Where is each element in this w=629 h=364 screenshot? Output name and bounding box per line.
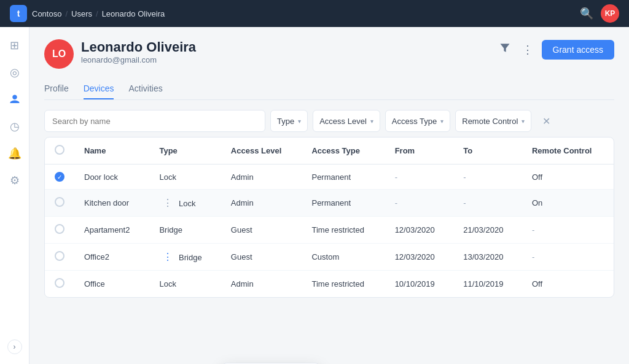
- device-access-level: Admin: [221, 271, 302, 298]
- table-row: Kitchen door ⋮ Lock Admin Permanent - - …: [45, 190, 614, 217]
- tab-activities[interactable]: Activities: [128, 79, 162, 99]
- device-from: 10/10/2019: [385, 271, 454, 298]
- device-from: -: [385, 190, 454, 217]
- expand-sidebar-button[interactable]: ›: [7, 339, 22, 354]
- device-type: Lock: [149, 271, 221, 298]
- chevron-down-icon: ▾: [440, 118, 443, 125]
- device-from: -: [385, 165, 454, 190]
- device-name: Apartament2: [74, 217, 149, 244]
- type-filter-dropdown[interactable]: Type ▾: [270, 110, 308, 132]
- user-avatar-topbar[interactable]: KP: [601, 4, 619, 23]
- access-type-filter-label: Access Type: [392, 117, 437, 126]
- device-access-type: Time restricted: [302, 271, 385, 298]
- col-header-type: Type: [149, 137, 221, 165]
- access-level-filter-label: Access Level: [319, 117, 367, 126]
- col-header-remote-control: Remote Control: [522, 137, 614, 165]
- device-remote-control: Off: [522, 271, 614, 298]
- row-checkbox[interactable]: [55, 278, 64, 288]
- sidebar: ⊞ ◎ ◷ 🔔 ⚙ ›: [0, 27, 29, 364]
- device-access-type: Custom: [302, 244, 385, 271]
- remote-control-filter-label: Remote Control: [462, 117, 518, 126]
- device-to: 13/03/2020: [453, 244, 522, 271]
- sidebar-item-users[interactable]: [4, 88, 26, 110]
- device-from: 12/03/2020: [385, 217, 454, 244]
- user-header: LO Leonardo Oliveira leonardo@gmail.com …: [44, 39, 614, 69]
- device-type: ⋮ Lock: [149, 190, 221, 217]
- col-header-to: To: [453, 137, 522, 165]
- row-more-icon[interactable]: ⋮: [159, 196, 176, 209]
- device-access-level: Admin: [221, 165, 302, 190]
- device-type: ⋮ Bridge: [149, 244, 221, 271]
- main-content: LO Leonardo Oliveira leonardo@gmail.com …: [29, 27, 629, 364]
- device-from: 12/03/2020: [385, 244, 454, 271]
- chevron-down-icon: ▾: [522, 118, 525, 125]
- clear-filters-button[interactable]: ✕: [536, 111, 556, 131]
- device-name: Office2 Device details Edit access Remov…: [74, 244, 149, 271]
- user-actions: ⋮ Grant access: [496, 39, 614, 60]
- sidebar-item-notifications[interactable]: 🔔: [4, 142, 26, 165]
- table-row: Office Lock Admin Time restricted 10/10/…: [45, 271, 614, 298]
- chevron-down-icon: ▾: [370, 118, 373, 125]
- sidebar-item-activity[interactable]: ◷: [4, 115, 26, 137]
- device-remote-control: -: [522, 244, 614, 271]
- tab-profile[interactable]: Profile: [44, 79, 69, 99]
- col-header-access-level: Access Level: [221, 137, 302, 165]
- device-access-type: Permanent: [302, 190, 385, 217]
- device-type: Bridge: [149, 217, 221, 244]
- col-header-from: From: [385, 137, 454, 165]
- select-all-checkbox[interactable]: [55, 145, 64, 155]
- device-access-level: Guest: [221, 217, 302, 244]
- device-remote-control: On: [522, 190, 614, 217]
- chevron-down-icon: ▾: [298, 118, 301, 125]
- device-remote-control: -: [522, 217, 614, 244]
- col-header-name: Name: [74, 137, 149, 165]
- breadcrumb-item-users[interactable]: Users: [71, 9, 92, 18]
- filters-row: Type ▾ Access Level ▾ Access Type ▾ Remo…: [44, 110, 614, 132]
- row-checkbox[interactable]: [55, 197, 64, 207]
- device-type: Lock: [149, 165, 221, 190]
- table-row: ✓ Door lock Lock Admin Permanent - - Off: [45, 165, 614, 190]
- row-checkbox[interactable]: [55, 251, 64, 261]
- device-access-type: Permanent: [302, 165, 385, 190]
- device-to: -: [453, 165, 522, 190]
- type-filter-label: Type: [277, 117, 294, 126]
- access-type-filter-dropdown[interactable]: Access Type ▾: [385, 110, 450, 132]
- row-checkbox[interactable]: ✓: [55, 172, 64, 182]
- device-access-level: Admin: [221, 190, 302, 217]
- device-access-type: Time restricted: [302, 217, 385, 244]
- device-to: 11/10/2019: [453, 271, 522, 298]
- breadcrumb-item-contoso[interactable]: Contoso: [32, 9, 61, 18]
- user-avatar: LO: [44, 39, 74, 69]
- table-header-row: Name Type Access Level Access Type From …: [45, 137, 614, 165]
- app-logo: t: [10, 5, 27, 22]
- device-name: Office: [74, 271, 149, 298]
- breadcrumb: Contoso / Users / Leonardo Oliveira: [32, 9, 572, 18]
- table-row: Office2 Device details Edit access Remov…: [45, 244, 614, 271]
- sidebar-item-dashboard[interactable]: ⊞: [4, 34, 26, 56]
- sidebar-item-settings[interactable]: ⚙: [4, 169, 26, 192]
- remote-control-filter-dropdown[interactable]: Remote Control ▾: [455, 110, 531, 132]
- topbar: t Contoso / Users / Leonardo Oliveira 🔍 …: [0, 0, 629, 27]
- access-level-filter-dropdown[interactable]: Access Level ▾: [313, 110, 380, 132]
- filter-icon[interactable]: [496, 39, 514, 60]
- tab-devices[interactable]: Devices: [84, 79, 114, 99]
- devices-table: Name Type Access Level Access Type From …: [44, 137, 614, 298]
- user-email: leonardo@gmail.com: [81, 55, 489, 64]
- search-icon[interactable]: 🔍: [577, 4, 596, 23]
- row-more-icon[interactable]: ⋮: [159, 250, 176, 263]
- more-options-icon[interactable]: ⋮: [520, 41, 536, 59]
- device-remote-control: Off: [522, 165, 614, 190]
- breadcrumb-item-user: Leonardo Oliveira: [102, 9, 165, 18]
- device-to: -: [453, 190, 522, 217]
- table-row: Apartament2 Bridge Guest Time restricted…: [45, 217, 614, 244]
- grant-access-button[interactable]: Grant access: [542, 40, 614, 60]
- device-name: Door lock: [74, 165, 149, 190]
- search-input[interactable]: [44, 110, 265, 132]
- sidebar-expand: ›: [0, 339, 29, 354]
- row-checkbox[interactable]: [55, 224, 64, 234]
- device-to: 21/03/2020: [453, 217, 522, 244]
- user-info: Leonardo Oliveira leonardo@gmail.com: [81, 39, 489, 64]
- device-access-level: Guest: [221, 244, 302, 271]
- sidebar-item-map[interactable]: ◎: [4, 61, 26, 83]
- col-header-access-type: Access Type: [302, 137, 385, 165]
